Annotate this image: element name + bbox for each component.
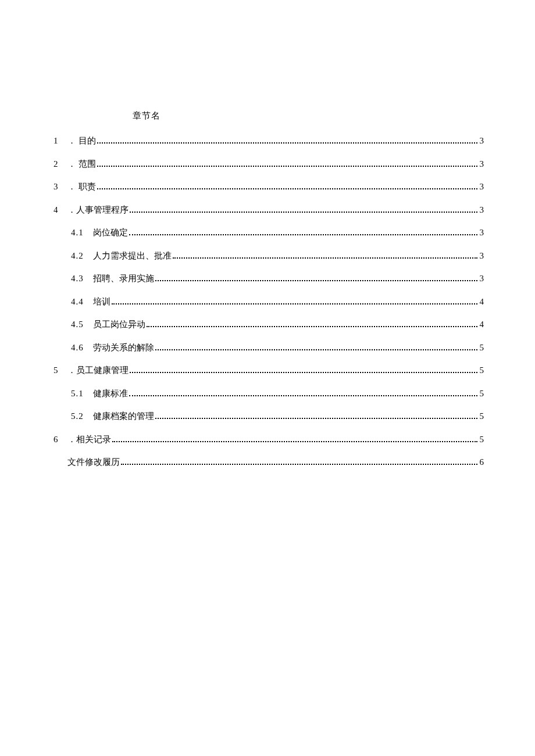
toc-entry-page: 5 [480, 411, 484, 422]
toc-leader-dots [155, 414, 477, 419]
toc-entry-title: ．相关记录 [67, 434, 111, 446]
toc-entry: 4．人事管理程序3 [54, 205, 484, 216]
toc-entry-number: 3 [54, 181, 67, 193]
toc-leader-dots [155, 276, 477, 281]
toc-entry-page: 3 [480, 181, 484, 193]
toc-leader-dots [130, 368, 477, 373]
toc-entry-title: ． 目的 [67, 135, 96, 147]
toc-entry-number: 4.6 [71, 342, 93, 354]
toc-entry-page: 4 [480, 319, 484, 331]
toc-entry-page: 3 [480, 135, 484, 147]
toc-leader-dots [147, 322, 477, 327]
toc-entry: 4.4培训4 [54, 296, 484, 308]
toc-entry-page: 5 [480, 388, 484, 400]
toc-entry: 4.5员工岗位异动4 [54, 319, 484, 331]
toc-entry-title: 健康档案的管理 [93, 411, 154, 422]
toc-entry-title: 人力需求提出、批准 [93, 250, 172, 262]
toc-entry-number: 5.1 [71, 388, 93, 400]
toc-entry: 5.2健康档案的管理5 [54, 411, 484, 422]
toc-entry-page: 5 [480, 342, 484, 354]
toc-entry-number: 4.5 [71, 319, 93, 331]
toc-leader-dots [112, 437, 477, 442]
toc-leader-dots [173, 253, 477, 259]
toc-entry: 4.3招聘、录用实施3 [54, 273, 484, 285]
toc-entry: 文件修改履历6 [54, 457, 484, 468]
toc-leader-dots [112, 299, 477, 304]
toc-leader-dots [97, 162, 477, 167]
toc-entry-title: 培训 [93, 296, 110, 308]
toc-list: 1． 目的32． 范围33． 职责34．人事管理程序34.1岗位确定34.2人力… [54, 135, 484, 468]
toc-leader-dots [155, 345, 477, 350]
toc-entry-title: 岗位确定 [93, 227, 128, 239]
toc-entry-number: 4.4 [71, 296, 93, 308]
toc-entry-number: 5 [54, 365, 67, 377]
toc-entry-number: 2 [54, 159, 67, 170]
toc-entry-title: ． 职责 [67, 181, 96, 193]
toc-entry-title: ．人事管理程序 [67, 205, 129, 216]
toc-entry-number: 6 [54, 434, 67, 446]
toc-entry-page: 5 [480, 434, 484, 446]
toc-entry-page: 3 [480, 273, 484, 285]
toc-entry: 5.1健康标准5 [54, 388, 484, 400]
toc-entry-number: 4.3 [71, 273, 93, 285]
toc-entry: 6．相关记录5 [54, 434, 484, 446]
toc-entry: 2． 范围3 [54, 159, 484, 170]
toc-entry-page: 3 [480, 159, 484, 170]
toc-entry-title: 劳动关系的解除 [93, 342, 154, 354]
toc-entry-number: 4.2 [71, 250, 93, 262]
toc-entry-page: 3 [480, 205, 484, 216]
toc-entry: 4.2人力需求提出、批准3 [54, 250, 484, 262]
toc-entry-page: 4 [480, 296, 484, 308]
toc-heading: 章节名 [133, 110, 484, 121]
toc-leader-dots [129, 391, 477, 396]
toc-entry: 4.6劳动关系的解除5 [54, 342, 484, 354]
toc-entry-title: ． 范围 [67, 159, 96, 170]
toc-entry: 5．员工健康管理5 [54, 365, 484, 377]
toc-leader-dots [97, 138, 477, 144]
toc-entry-number: 1 [54, 135, 67, 147]
toc-entry-number: 4 [54, 205, 67, 216]
toc-leader-dots [130, 207, 477, 213]
toc-leader-dots [97, 184, 477, 189]
toc-entry-number: 4.1 [71, 227, 93, 239]
toc-entry-number: 5.2 [71, 411, 93, 422]
document-page: 章节名 1． 目的32． 范围33． 职责34．人事管理程序34.1岗位确定34… [0, 0, 535, 468]
toc-leader-dots [121, 460, 477, 465]
toc-leader-dots [129, 230, 477, 235]
toc-entry-title: 招聘、录用实施 [93, 273, 154, 285]
toc-entry-page: 6 [480, 457, 484, 468]
toc-entry-title: 文件修改履历 [67, 457, 120, 468]
toc-entry-title: ．员工健康管理 [67, 365, 129, 377]
toc-entry-title: 健康标准 [93, 388, 128, 400]
toc-entry-page: 3 [480, 227, 484, 239]
toc-entry: 4.1岗位确定3 [54, 227, 484, 239]
toc-entry: 3． 职责3 [54, 181, 484, 193]
toc-entry: 1． 目的3 [54, 135, 484, 147]
toc-entry-page: 3 [480, 250, 484, 262]
toc-entry-page: 5 [480, 365, 484, 377]
toc-entry-title: 员工岗位异动 [93, 319, 145, 331]
